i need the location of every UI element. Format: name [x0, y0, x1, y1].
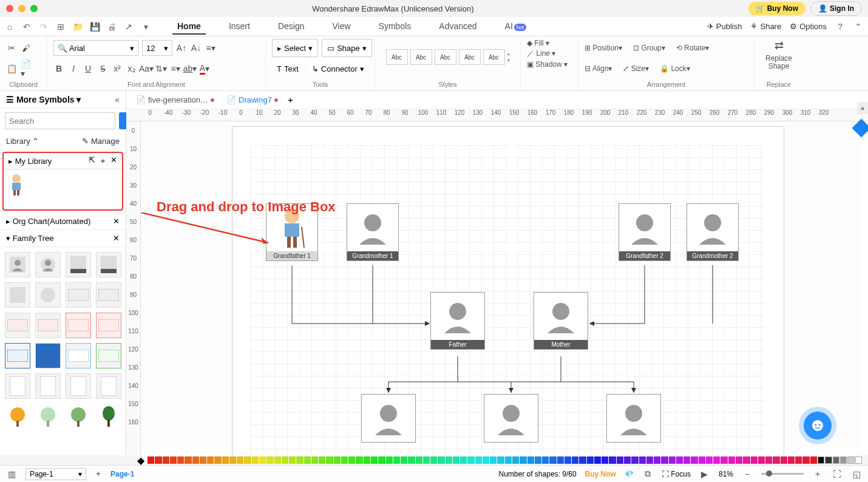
color-swatch[interactable] [266, 457, 273, 464]
pages-icon[interactable]: ▥ [6, 469, 17, 480]
page-select[interactable]: Page-1▾ [25, 468, 86, 480]
color-swatch[interactable] [840, 457, 847, 464]
increase-font-icon[interactable]: A↑ [176, 42, 187, 53]
card-mother[interactable]: Mother [534, 292, 588, 350]
shape-thumb[interactable] [66, 252, 91, 277]
color-swatch[interactable] [743, 457, 750, 464]
tab-view[interactable]: View [328, 19, 356, 35]
collapse-right-icon[interactable]: » [857, 102, 868, 114]
color-swatch[interactable] [259, 457, 266, 464]
color-swatch[interactable] [736, 457, 742, 464]
org-chart-section[interactable]: ▸ Org Chart(Automated) [6, 217, 90, 226]
buy-now-button[interactable]: 🛒 Buy Now [748, 2, 805, 15]
superscript-icon[interactable]: x² [112, 63, 123, 74]
shape-thumb[interactable] [35, 313, 61, 338]
maximize-window-icon[interactable] [30, 5, 38, 12]
card-grandmother-1[interactable]: Grandmother 1 [347, 203, 399, 261]
tree-shape-thumb[interactable] [66, 404, 91, 429]
color-swatch[interactable] [512, 457, 519, 464]
color-swatch[interactable] [244, 457, 251, 464]
color-swatch[interactable] [557, 457, 564, 464]
close-window-icon[interactable] [6, 5, 13, 12]
color-swatch[interactable] [617, 457, 623, 464]
shape-thumb[interactable] [5, 252, 30, 277]
color-swatch[interactable] [348, 457, 355, 464]
color-swatch[interactable] [847, 457, 854, 464]
color-swatch[interactable] [587, 457, 594, 464]
color-swatch[interactable] [229, 457, 236, 464]
color-swatch[interactable] [646, 457, 653, 464]
color-swatch[interactable] [751, 457, 758, 464]
shape-thumb[interactable] [96, 373, 121, 399]
shape-thumb[interactable] [5, 343, 30, 368]
style-gallery[interactable]: Abc Abc Abc Abc Abc ▴▾ [386, 49, 510, 65]
color-swatch[interactable] [654, 457, 660, 464]
shape-thumb[interactable] [5, 282, 30, 308]
export-icon[interactable]: ↗ [124, 22, 134, 32]
format-painter-icon[interactable]: 🖌 [21, 42, 32, 53]
color-swatch[interactable] [825, 457, 832, 464]
color-swatch[interactable] [467, 457, 474, 464]
color-swatch[interactable] [446, 457, 452, 464]
color-swatch[interactable] [200, 457, 206, 464]
undo-icon[interactable]: ↶ [22, 22, 32, 32]
group-button[interactable]: ⊡ Group▾ [633, 44, 665, 52]
shape-thumb[interactable] [96, 282, 121, 308]
card-child-3[interactable] [606, 394, 661, 443]
help-icon[interactable]: ? [835, 22, 845, 32]
bold-icon[interactable]: B [53, 63, 64, 74]
color-swatch[interactable] [788, 457, 795, 464]
my-library-label[interactable]: ▸ My Library [8, 157, 52, 166]
grandfather-shape-thumb[interactable] [7, 173, 44, 209]
color-swatch[interactable] [155, 457, 161, 464]
manage-library-button[interactable]: ✎ Manage [82, 137, 120, 146]
color-swatch[interactable] [274, 457, 281, 464]
symbol-search-input[interactable] [5, 112, 115, 129]
color-swatch[interactable] [661, 457, 668, 464]
color-swatch[interactable] [527, 457, 534, 464]
font-color-icon[interactable]: A▾ [199, 63, 210, 74]
color-swatch[interactable] [401, 457, 407, 464]
color-swatch[interactable] [289, 457, 296, 464]
buy-now-link[interactable]: Buy Now [585, 470, 616, 478]
color-swatch[interactable] [252, 457, 259, 464]
align-button[interactable]: ⊟ Align▾ [585, 64, 612, 73]
shape-tool-button[interactable]: ▭ Shape ▾ [322, 39, 372, 57]
card-child-1[interactable] [361, 394, 416, 443]
color-swatch[interactable] [430, 457, 437, 464]
color-swatch[interactable] [795, 457, 802, 464]
color-swatch[interactable] [453, 457, 459, 464]
shape-thumb[interactable] [96, 313, 121, 338]
color-swatch[interactable] [185, 457, 191, 464]
publish-button[interactable]: ✈Publish [707, 22, 742, 31]
color-swatch[interactable] [810, 457, 817, 464]
color-swatch[interactable] [609, 457, 615, 464]
color-swatch[interactable] [237, 457, 243, 464]
doc-tab-2[interactable]: 📄 Drawing7 [223, 94, 282, 106]
decrease-font-icon[interactable]: A↓ [191, 42, 202, 53]
page-tab[interactable]: Page-1 [110, 470, 134, 478]
case-icon[interactable]: Aa▾ [141, 63, 152, 74]
color-swatch[interactable] [631, 457, 638, 464]
shape-thumb[interactable] [66, 282, 91, 308]
color-bar[interactable]: ◆ [137, 455, 862, 465]
shape-thumb[interactable] [66, 313, 91, 338]
style-5[interactable]: Abc [483, 49, 505, 65]
color-swatch[interactable] [565, 457, 571, 464]
color-swatch[interactable] [423, 457, 430, 464]
zoom-out-icon[interactable]: − [742, 469, 753, 480]
size-button[interactable]: ⤢ Size▾ [623, 64, 649, 73]
close-orgchart-icon[interactable]: ✕ [113, 217, 120, 226]
fill-button[interactable]: ◆ Fill ▾ [527, 39, 572, 47]
color-swatch[interactable] [691, 457, 697, 464]
color-swatch[interactable] [282, 457, 288, 464]
zoom-in-icon[interactable]: ＋ [812, 469, 823, 480]
color-swatch[interactable] [497, 457, 504, 464]
position-button[interactable]: ⊞ Position▾ [585, 44, 622, 52]
lock-button[interactable]: 🔒 Lock▾ [660, 64, 690, 73]
color-swatch[interactable] [475, 457, 482, 464]
color-swatch[interactable] [833, 457, 839, 464]
color-swatch[interactable] [594, 457, 601, 464]
options-button[interactable]: ⚙Options [790, 22, 827, 31]
fit-page-icon[interactable]: ⛶ [832, 469, 843, 480]
